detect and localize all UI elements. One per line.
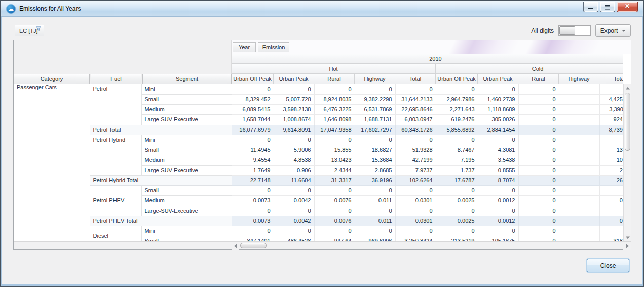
grid-cell[interactable]: [599, 185, 623, 195]
grid-cell[interactable]: 0.0042: [274, 216, 314, 226]
grid-cell[interactable]: 318.6894: [599, 236, 623, 241]
filter-field-chip[interactable]: EC [TJ]: [15, 25, 44, 36]
grid-cell[interactable]: 0: [518, 216, 559, 226]
grid-cell[interactable]: 0: [355, 185, 395, 195]
grid-cell[interactable]: 0.8555: [478, 165, 518, 175]
grid-cell[interactable]: 0: [518, 155, 559, 165]
grid-cell[interactable]: 0: [518, 104, 559, 114]
scroll-left-button[interactable]: [232, 242, 239, 250]
grid-cell[interactable]: 8,739.8346: [599, 125, 623, 135]
grid-cell[interactable]: 969.6096: [355, 236, 395, 241]
vertical-scrollbar-thumb[interactable]: [625, 93, 630, 151]
all-digits-toggle[interactable]: [558, 25, 591, 36]
grid-cell[interactable]: 0: [478, 185, 518, 195]
grid-cell[interactable]: 847.1401: [232, 236, 274, 241]
column-header-rural[interactable]: Rural: [314, 74, 355, 84]
grid-cell[interactable]: 31.3317: [314, 175, 355, 185]
column-header-highway[interactable]: Highway: [559, 74, 599, 84]
scroll-up-button[interactable]: [624, 84, 631, 92]
grid-cell[interactable]: 0.011: [355, 195, 395, 206]
grid-cell[interactable]: 7.9737: [395, 165, 436, 175]
grid-cell[interactable]: 0: [274, 226, 314, 236]
grid-cell[interactable]: [559, 145, 599, 155]
grid-cell[interactable]: 2,271.643: [436, 104, 478, 114]
scroll-down-button[interactable]: [624, 234, 631, 241]
row-header-segment[interactable]: Large-SUV-Executive: [141, 206, 232, 216]
grid-cell[interactable]: 0.0301: [395, 195, 436, 206]
grid-cell[interactable]: 0: [314, 135, 355, 145]
grid-cell[interactable]: 6,476.3225: [314, 104, 355, 114]
grid-cell[interactable]: 1,658.7044: [232, 114, 274, 125]
grid-cell[interactable]: 18.6827: [355, 145, 395, 155]
grid-cell[interactable]: 22,695.8646: [395, 104, 436, 114]
row-header-segment[interactable]: Large-SUV-Executive: [141, 114, 232, 125]
column-header-rural[interactable]: Rural: [518, 74, 559, 84]
grid-cell[interactable]: 51.9328: [395, 145, 436, 155]
grid-cell[interactable]: 2.4344: [314, 165, 355, 175]
column-band-2010[interactable]: 2010: [232, 54, 623, 64]
grid-cell[interactable]: 4.3081: [478, 145, 518, 155]
grid-cell[interactable]: 0: [478, 206, 518, 216]
grid-cell[interactable]: [559, 135, 599, 145]
row-header-total[interactable]: Petrol Hybrid Total: [90, 175, 232, 185]
grid-cell[interactable]: 0: [314, 185, 355, 195]
grid-cell[interactable]: 22.7148: [232, 175, 274, 185]
grid-cell[interactable]: 0: [518, 125, 559, 135]
row-header-segment[interactable]: Large-SUV-Executive: [141, 165, 232, 175]
grid-cell[interactable]: 0: [518, 206, 559, 216]
grid-cell[interactable]: [559, 206, 599, 216]
grid-cell[interactable]: 0: [478, 135, 518, 145]
grid-cell[interactable]: [559, 165, 599, 175]
grid-cell[interactable]: [559, 195, 599, 206]
row-header-fuel[interactable]: Petrol: [90, 84, 141, 125]
grid-cell[interactable]: 10.7388: [599, 155, 623, 165]
maximize-button[interactable]: [600, 2, 615, 12]
column-header-urban-peak[interactable]: Urban Peak: [274, 74, 314, 84]
grid-cell[interactable]: 0: [274, 135, 314, 145]
grid-cell[interactable]: 0: [518, 135, 559, 145]
grid-cell[interactable]: 1,118.8689: [478, 104, 518, 114]
grid-cell[interactable]: 8,924.8035: [314, 94, 355, 104]
grid-cell[interactable]: 15.855: [314, 145, 355, 155]
grid-cell[interactable]: 3,250.8424: [395, 236, 436, 241]
grid-cell[interactable]: 0: [395, 206, 436, 216]
column-header-urban-peak[interactable]: Urban Peak: [478, 74, 518, 84]
grid-cell[interactable]: 0.011: [355, 216, 395, 226]
grid-cell[interactable]: 4,425.0725: [599, 94, 623, 104]
grid-cell[interactable]: 0: [355, 226, 395, 236]
grid-cell[interactable]: 947.64: [314, 236, 355, 241]
grid-cell[interactable]: 0: [518, 195, 559, 206]
grid-cell[interactable]: 0: [274, 84, 314, 94]
grid-cell[interactable]: 60,343.1726: [395, 125, 436, 135]
grid-cell[interactable]: 0: [395, 135, 436, 145]
grid-cell[interactable]: 13.0423: [314, 155, 355, 165]
grid-cell[interactable]: 3,390.5119: [599, 104, 623, 114]
grid-cell[interactable]: 0.0012: [478, 195, 518, 206]
row-header-segment[interactable]: Medium: [141, 104, 232, 114]
column-header-total[interactable]: Total: [395, 74, 436, 84]
field-button-category[interactable]: Category: [14, 74, 90, 84]
grid-cell[interactable]: 1,646.8098: [314, 114, 355, 125]
field-button-segment[interactable]: Segment: [142, 74, 232, 84]
grid-cell[interactable]: 0.906: [274, 165, 314, 175]
grid-cell[interactable]: 0: [518, 94, 559, 104]
grid-cell[interactable]: 0.0076: [314, 216, 355, 226]
grid-cell[interactable]: 0: [314, 226, 355, 236]
grid-cell[interactable]: 2,884.1454: [478, 125, 518, 135]
grid-cell[interactable]: 486.4528: [274, 236, 314, 241]
grid-cell[interactable]: 3.5438: [478, 155, 518, 165]
grid-cell[interactable]: 31,644.2133: [395, 94, 436, 104]
grid-cell[interactable]: 11.4945: [232, 145, 274, 155]
row-header-category-value[interactable]: Passenger Cars: [14, 84, 90, 241]
grid-cell[interactable]: 0: [436, 84, 478, 94]
grid-cell[interactable]: 26.3861: [599, 175, 623, 185]
grid-cell[interactable]: [559, 114, 599, 125]
grid-cell[interactable]: 0: [436, 226, 478, 236]
grid-cell[interactable]: [559, 84, 599, 94]
grid-cell[interactable]: 0.0073: [232, 195, 274, 206]
grid-cell[interactable]: 16,077.6979: [232, 125, 274, 135]
column-header-total[interactable]: Total: [599, 74, 623, 84]
row-header-total[interactable]: Petrol Total: [90, 125, 232, 135]
grid-cell[interactable]: 3,598.2138: [274, 104, 314, 114]
grid-cell[interactable]: 1,688.7131: [355, 114, 395, 125]
